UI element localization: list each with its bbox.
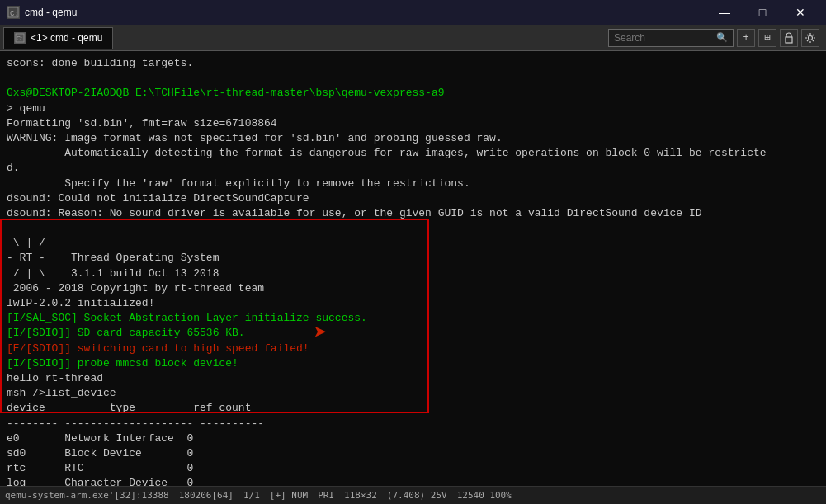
term-line-27: sd0 Block Device 0 xyxy=(7,446,819,461)
term-line-10: dsound: Could not initialize DirectSound… xyxy=(7,191,819,206)
svg-text:C:: C: xyxy=(10,10,19,18)
svg-rect-4 xyxy=(786,37,792,43)
term-line-5: Formatting 'sd.bin', fmt=raw size=671088… xyxy=(7,116,819,131)
status-info3: PRI xyxy=(318,490,334,501)
term-line-12 xyxy=(7,221,819,236)
tab-label: <1> cmd - qemu xyxy=(31,32,102,44)
term-line-24: device type ref count xyxy=(7,401,819,416)
settings-button[interactable] xyxy=(801,29,819,47)
term-line-7: Automatically detecting the format is da… xyxy=(7,146,819,161)
term-line-1: scons: done building targets. xyxy=(7,56,819,71)
term-line-25: -------- -------------------- ---------- xyxy=(7,417,819,431)
search-icon: 🔍 xyxy=(716,32,728,43)
term-line-16: 2006 - 2018 Copyright by rt-thread team xyxy=(7,281,819,296)
term-line-14: - RT - Thread Operating System xyxy=(7,251,819,266)
status-bar: qemu-system-arm.exe'[32]:13388 180206[64… xyxy=(0,486,826,504)
status-lines: 12540 100% xyxy=(457,490,512,501)
search-input[interactable] xyxy=(614,32,713,44)
status-size: (7.408) 25V xyxy=(387,490,447,501)
close-button[interactable]: ✕ xyxy=(781,0,819,25)
term-line-21: [I/[SDIO]] probe mmcsd block device! xyxy=(7,356,819,371)
status-dimensions: 118×32 xyxy=(344,490,377,501)
term-line-17: lwIP-2.0.2 initialized! xyxy=(7,296,819,311)
status-info2: [+] NUM xyxy=(270,490,308,501)
minimize-button[interactable]: — xyxy=(706,0,743,25)
term-line-2 xyxy=(7,71,819,86)
term-line-4: > qemu xyxy=(7,101,819,116)
window-title: cmd - qemu xyxy=(25,7,77,18)
toolbar-right: 🔍 + ⊞ xyxy=(608,29,823,47)
app-icon: C: xyxy=(7,6,20,19)
status-addr: 180206[64] xyxy=(179,490,234,501)
term-line-22: hello rt-thread xyxy=(7,371,819,386)
term-line-18: [I/SAL_SOC] Socket Abstraction Layer ini… xyxy=(7,311,819,326)
title-bar: C: cmd - qemu — □ ✕ xyxy=(0,0,826,25)
add-button[interactable]: + xyxy=(737,29,755,47)
term-line-20: [E/[SDIO]] switching card to high speed … xyxy=(7,341,819,356)
svg-text:C:: C: xyxy=(17,35,22,41)
term-line-11: dsound: Reason: No sound driver is avail… xyxy=(7,206,819,221)
grid-button[interactable]: ⊞ xyxy=(758,29,776,47)
term-line-19: [I/[SDIO]] SD card capacity 65536 KB. xyxy=(7,326,819,341)
term-line-13: \ | / xyxy=(7,236,819,251)
term-line-26: e0 Network Interface 0 xyxy=(7,431,819,446)
title-bar-left: C: cmd - qemu xyxy=(7,6,77,19)
term-line-29: log Character Device 0 xyxy=(7,476,819,486)
status-exe: qemu-system-arm.exe'[32]:13388 xyxy=(5,490,169,501)
term-line-28: rtc RTC 0 xyxy=(7,461,819,476)
term-line-15: / | \ 3.1.1 build Oct 13 2018 xyxy=(7,266,819,281)
term-line-8: d. xyxy=(7,161,819,176)
status-info1: 1/1 xyxy=(243,490,260,501)
maximize-button[interactable]: □ xyxy=(743,0,781,25)
term-line-6: WARNING: Image format was not specified … xyxy=(7,131,819,146)
lock-button[interactable] xyxy=(780,29,798,47)
window-controls: — □ ✕ xyxy=(706,0,819,25)
tab-icon: C: xyxy=(14,32,26,44)
tab-bar: C: <1> cmd - qemu 🔍 + ⊞ xyxy=(0,25,826,51)
svg-point-5 xyxy=(809,35,813,40)
search-box[interactable]: 🔍 xyxy=(608,29,734,47)
terminal-area[interactable]: scons: done building targets. Gxs@DESKTO… xyxy=(0,51,826,486)
term-line-3: Gxs@DESKTOP-2IA0DQB E:\TCHFile\rt-thread… xyxy=(7,86,819,101)
term-line-9: Specify the 'raw' format explicitly to r… xyxy=(7,177,819,191)
tab-1[interactable]: C: <1> cmd - qemu xyxy=(3,27,113,49)
term-line-23: msh />list_device xyxy=(7,386,819,401)
